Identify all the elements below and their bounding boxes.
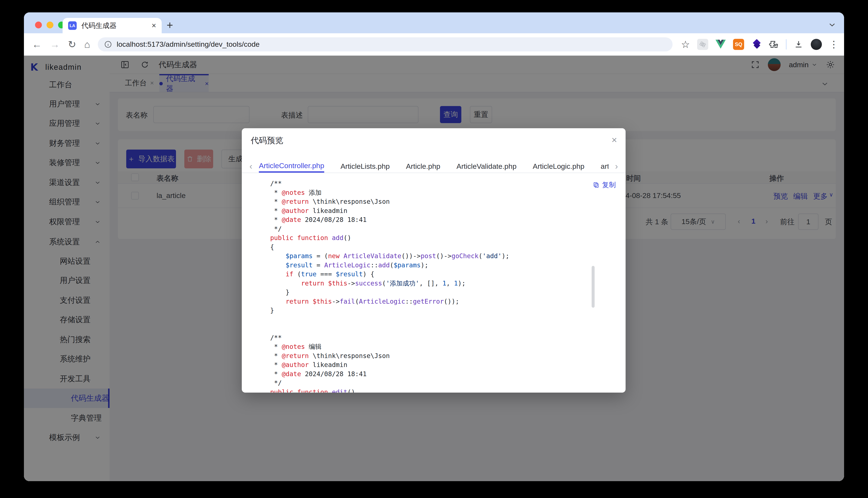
modal-tabbar: ‹ ArticleController.phpArticleLists.phpA… (242, 160, 626, 173)
code-line: */ (270, 224, 600, 234)
copy-button[interactable]: 复制 (593, 180, 616, 190)
code-line: { (270, 243, 600, 252)
browser-tabstrip: LA 代码生成器 × + (24, 12, 844, 33)
code-line: * @date 2024/08/28 18:41 (270, 369, 600, 379)
code-line: } (270, 288, 600, 297)
browser-tab-title: 代码生成器 (81, 21, 150, 30)
code-line: public function add() (270, 233, 600, 243)
code-line: $result = ArticleLogic::add($params); (270, 261, 600, 270)
browser-tab[interactable]: LA 代码生成器 × (63, 18, 162, 33)
back-icon[interactable]: ← (32, 39, 42, 49)
copy-icon (593, 182, 600, 188)
favicon: LA (68, 21, 77, 30)
vue-devtools-extension-icon[interactable] (715, 40, 726, 49)
browser-menu-kebab-icon[interactable]: ⋮ (829, 39, 839, 50)
site-info-icon[interactable] (104, 40, 112, 49)
close-window-button[interactable] (35, 22, 42, 28)
tabs-scroll-left-icon[interactable]: ‹ (250, 161, 252, 171)
code-line: * @return \think\response\Json (270, 351, 600, 361)
extensions-puzzle-icon[interactable] (769, 39, 779, 49)
code-preview-modal: 代码预览 × ‹ ArticleController.phpArticleLis… (242, 128, 626, 393)
browser-toolbar: ← → ↻ ⌂ localhost:5173/admin/setting/dev… (24, 33, 844, 56)
code-line: $params = (new ArticleValidate())->post(… (270, 251, 600, 261)
sq-extension-icon[interactable]: SQ (733, 39, 744, 50)
code-line: * @return \think\response\Json (270, 197, 600, 206)
browser-window: LA 代码生成器 × + ← → ↻ ⌂ localhost:5173/admi… (24, 12, 844, 481)
copy-label: 复制 (602, 180, 616, 190)
home-icon[interactable]: ⌂ (84, 39, 90, 49)
modal-tab-ArticleValidate.php[interactable]: ArticleValidate.php (457, 160, 516, 173)
code-line: } (270, 306, 600, 315)
code-line: /** (270, 333, 600, 342)
code-line: * @notes 编辑 (270, 342, 600, 351)
code-line: return $this->success('添加成功', [], 1, 1); (270, 279, 600, 288)
code-line: * @notes 添加 (270, 188, 600, 197)
browser-profile-avatar[interactable] (811, 39, 822, 50)
forward-icon[interactable]: → (50, 39, 60, 49)
code-line: /** (270, 179, 600, 188)
downloads-icon[interactable] (794, 39, 804, 49)
admin-app: K likeadmin 工作台用户管理应用管理财务管理装修管理渠道设置组织管理权… (24, 56, 844, 481)
code-line: * @author likeadmin (270, 361, 600, 369)
modal-tab-ArticleLists.php[interactable]: ArticleLists.php (341, 160, 390, 173)
code-line: * @date 2024/08/28 18:41 (270, 215, 600, 224)
modal-tab-ArticleController.php[interactable]: ArticleController.php (259, 160, 324, 173)
diamond-extension-icon[interactable] (751, 39, 762, 50)
modal-title: 代码预览 (251, 135, 283, 146)
tab-close-icon[interactable]: × (152, 21, 156, 30)
modal-tab-Article.php[interactable]: Article.php (406, 160, 441, 173)
minimize-window-button[interactable] (47, 22, 53, 28)
address-bar[interactable]: localhost:5173/admin/setting/dev_tools/c… (98, 37, 672, 51)
url-text: localhost:5173/admin/setting/dev_tools/c… (117, 40, 259, 49)
tab-search-chevron-icon[interactable] (827, 20, 837, 29)
traffic-lights[interactable] (35, 22, 65, 28)
react-devtools-extension-icon[interactable] (697, 39, 708, 50)
code-line: */ (270, 379, 600, 388)
code-line: * @author likeadmin (270, 206, 600, 215)
modal-tab-ArticleLogic.php[interactable]: ArticleLogic.php (533, 160, 584, 173)
code-line: if (true === $result) { (270, 270, 600, 279)
code-line: return $this->fail(ArticleLogic::getErro… (270, 297, 600, 306)
modal-close-icon[interactable]: × (612, 135, 617, 145)
modal-tab-article.ts[interactable]: article.ts (601, 160, 609, 173)
code-scrollbar-thumb[interactable] (592, 266, 595, 308)
tabs-scroll-right-icon[interactable]: › (615, 161, 618, 171)
new-tab-button[interactable]: + (167, 19, 173, 31)
code-viewer[interactable]: /** * @notes 添加 * @return \think\respons… (270, 179, 600, 393)
reload-icon[interactable]: ↻ (68, 39, 76, 49)
toolbar-separator (786, 39, 787, 50)
code-line (270, 324, 600, 333)
code-line (270, 315, 600, 324)
bookmark-star-icon[interactable]: ☆ (681, 39, 690, 50)
code-line: public function edit() (270, 388, 600, 393)
